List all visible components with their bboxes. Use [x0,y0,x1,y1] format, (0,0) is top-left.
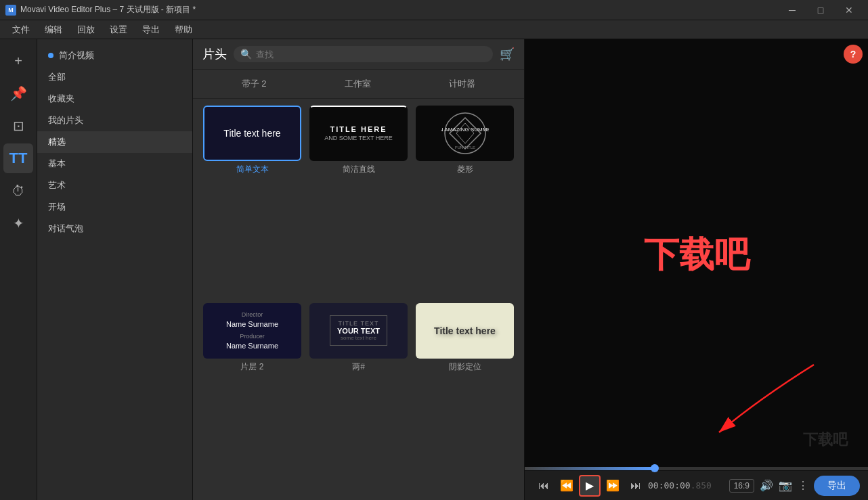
search-input[interactable] [256,49,486,60]
nav-dot [48,53,53,58]
step-forward-button[interactable]: ⏩ [602,475,624,497]
template-thumb-clean-line: TITLE HERE AND SOME TEXT HERE [309,106,408,161]
left-panel: 简介视频 全部 收藏夹 我的片头 精选 基本 艺术 开场 [37,39,193,500]
template-label-your-text: 两# [352,361,365,373]
sparkle-icon: ✦ [13,215,24,231]
title-icon: TT [9,150,28,167]
transport-bar: ⏮ ⏪ ▶ ⏩ ⏭ 00:00:00.850 16:9 🔊 📷 ⋮ 导出 [525,470,868,500]
shadow-text: Title text here [434,325,496,336]
template-shadow[interactable]: Title text here 阴影定位 [415,303,515,494]
template-label-credits: 片层 2 [240,361,263,373]
menubar: 文件 编辑 回放 设置 导出 帮助 [0,20,868,39]
time-display: 00:00:00.850 [648,480,712,491]
time-ms: .850 [691,480,712,491]
template-label-shadow: 阴影定位 [449,361,481,373]
template-thumb-simple-text: Title text here [203,106,301,161]
template-clean-line[interactable]: TITLE HERE AND SOME TEXT HERE 简洁直线 [309,106,408,296]
sidebar-icon-add[interactable]: + [3,46,33,76]
export-button[interactable]: 导出 [814,476,860,496]
your-text-box: TITLE TEXT YOUR TEXT some text here [330,315,387,346]
play-button[interactable]: ▶ [579,475,601,497]
nav-label: 开场 [48,201,66,213]
template-simple-text[interactable]: Title text here 简单文本 [202,106,302,296]
menu-edit[interactable]: 编辑 [38,22,69,37]
nav-label: 全部 [48,71,66,83]
menu-settings[interactable]: 设置 [103,22,134,37]
nav-all[interactable]: 全部 [37,66,192,88]
template-diamond[interactable]: AN AMAZING SUMMER FUN TITLE 菱形 [415,106,515,296]
svg-text:AN AMAZING SUMMER: AN AMAZING SUMMER [441,127,489,133]
menu-export[interactable]: 导出 [135,22,167,37]
close-button[interactable]: ✕ [836,0,863,20]
template-label-diamond: 菱形 [457,164,473,175]
app-title: Movavi Video Editor Plus – 7 天试用版 - 新项目 … [20,4,196,16]
help-button[interactable]: ? [844,45,863,64]
svg-marker-1 [450,118,481,149]
content-header: 片头 🔍 🛒 [193,39,524,70]
nav-label: 我的片头 [48,114,83,127]
minimize-button[interactable]: ─ [779,0,806,20]
titlebar: M Movavi Video Editor Plus – 7 天试用版 - 新项… [0,0,868,20]
template-credits[interactable]: Director Name Surname Producer Name Surn… [202,303,302,494]
sub-cat-studio[interactable]: 工作室 [339,75,376,93]
nav-featured[interactable]: 精选 [37,131,192,153]
menu-help[interactable]: 帮助 [168,22,199,37]
diamond-icon: AN AMAZING SUMMER FUN TITLE [441,110,489,157]
nav-list: 简介视频 全部 收藏夹 我的片头 精选 基本 艺术 开场 [37,39,192,245]
credits-director: Director [242,311,263,318]
your-text-main: YOUR TEXT [337,327,380,335]
nav-my-intros[interactable]: 我的片头 [37,110,192,131]
preview-area: 下载吧 ? 下载吧 [525,39,868,470]
sidebar-icon-filter[interactable]: ⊡ [3,111,33,141]
sidebar-icons: + 📌 ⊡ TT ⏱ ✦ [0,39,37,500]
nav-dialogue-bubble[interactable]: 对话气泡 [37,218,192,240]
menu-playback[interactable]: 回放 [70,22,102,37]
cart-icon[interactable]: 🛒 [500,47,515,62]
template-thumb-shadow: Title text here [416,303,514,359]
credits-name1: Name Surname [226,320,278,328]
sub-cat-timer[interactable]: 计时器 [443,75,481,93]
content-title: 片头 [202,46,227,62]
credits-producer: Producer [240,333,265,340]
more-options-icon[interactable]: ⋮ [798,479,808,492]
template-your-text[interactable]: TITLE TEXT YOUR TEXT some text here 两# [309,303,408,494]
transport-left: ⏮ ⏪ ▶ ⏩ ⏭ 00:00:00.850 [533,475,712,497]
aspect-ratio-selector[interactable]: 16:9 [729,479,754,493]
nav-label: 精选 [48,136,66,148]
templates-grid: Title text here 简单文本 TITLE HERE AND SOME… [193,99,524,500]
screenshot-icon[interactable]: 📷 [779,479,792,492]
svg-text:FUN TITLE: FUN TITLE [454,145,475,150]
nav-label: 收藏夹 [48,93,74,105]
go-to-start-button[interactable]: ⏮ [533,475,555,497]
nav-intro-video[interactable]: 简介视频 [37,45,192,66]
nav-favorites[interactable]: 收藏夹 [37,88,192,110]
your-text-sub: some text here [337,335,380,341]
progress-handle[interactable] [651,464,659,472]
nav-opening[interactable]: 开场 [37,196,192,218]
sidebar-icon-history[interactable]: ⏱ [3,176,33,206]
volume-icon[interactable]: 🔊 [760,479,773,492]
filter-icon: ⊡ [13,118,24,134]
go-to-end-button[interactable]: ⏭ [625,475,647,497]
search-box[interactable]: 🔍 [234,46,493,62]
sidebar-icon-title[interactable]: TT [3,143,33,173]
template-preview-text: Title text here [218,122,286,144]
search-icon: 🔍 [240,49,252,60]
preview-progress-track [525,467,868,470]
preview-watermark: 下载吧 [803,430,848,450]
plus-icon: + [14,53,22,69]
nav-art[interactable]: 艺术 [37,175,192,196]
nav-label: 对话气泡 [48,223,83,235]
nav-label: 简介视频 [59,49,94,62]
app-logo: M [5,5,16,16]
template-clean-title: TITLE HERE [330,125,387,133]
step-back-button[interactable]: ⏪ [556,475,578,497]
sub-categories: 带子 2 工作室 计时器 [193,70,524,99]
maximize-button[interactable]: □ [807,0,834,20]
sidebar-icon-pin[interactable]: 📌 [3,78,33,108]
window-controls: ─ □ ✕ [779,0,863,20]
sub-cat-ribbon[interactable]: 带子 2 [236,75,272,93]
sidebar-icon-effects[interactable]: ✦ [3,208,33,238]
nav-basic[interactable]: 基本 [37,153,192,175]
menu-file[interactable]: 文件 [5,22,37,37]
